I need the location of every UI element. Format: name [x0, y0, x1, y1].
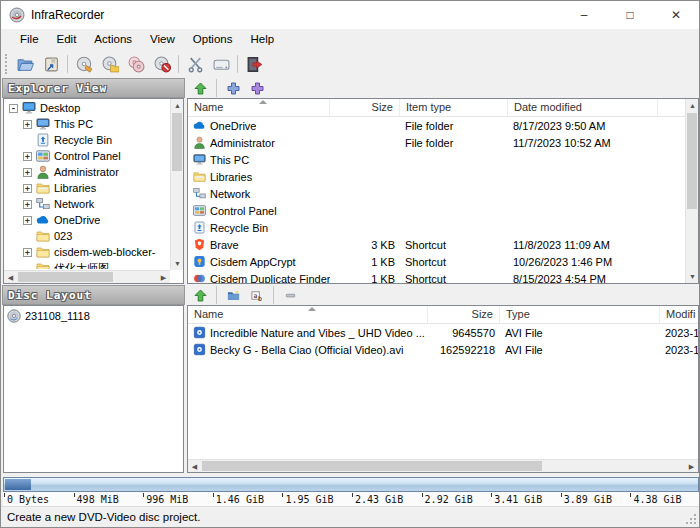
scroll-left-icon[interactable]: ◀	[188, 460, 201, 473]
tree-vertical-scrollbar[interactable]: ▲ ▼	[170, 99, 183, 270]
scroll-down-icon[interactable]: ▼	[171, 257, 184, 270]
expand-icon[interactable]: +	[23, 216, 32, 225]
file-name[interactable]: Cisdem Duplicate Finder	[210, 273, 330, 284]
tree-item-network[interactable]: +Network	[5, 196, 169, 212]
go-up-button[interactable]	[189, 79, 211, 98]
table-row[interactable]: This PC	[188, 151, 685, 168]
table-row[interactable]: Cisdem Duplicate Finder1 KBShortcut8/15/…	[188, 270, 685, 283]
expand-icon[interactable]: +	[23, 168, 32, 177]
tree-item-cisdem-web-blocker-[interactable]: +cisdem-web-blocker-	[5, 244, 169, 260]
column-header-item-type[interactable]: Item type	[400, 99, 508, 116]
device-button[interactable]	[208, 53, 234, 75]
tree-item-administrator[interactable]: +Administrator	[5, 164, 169, 180]
tree-item-onedrive[interactable]: +OneDrive	[5, 212, 169, 228]
tree-item-label[interactable]: OneDrive	[54, 214, 100, 226]
tree-item-recycle-bin[interactable]: Recycle Bin	[5, 132, 169, 148]
menu-help[interactable]: Help	[241, 29, 283, 51]
menu-actions[interactable]: Actions	[85, 29, 141, 51]
close-button[interactable]: ✕	[653, 1, 699, 29]
resize-grip-icon[interactable]	[685, 513, 697, 525]
table-row[interactable]: Becky G - Bella Ciao (Official Video).av…	[188, 341, 698, 358]
copy-disc-button[interactable]	[123, 53, 149, 75]
burn-compilation-button[interactable]	[71, 53, 97, 75]
expand-icon[interactable]: +	[23, 248, 32, 257]
go-up-button[interactable]	[189, 286, 211, 305]
new-folder-button[interactable]	[222, 286, 244, 305]
disc-label[interactable]: 231108_1118	[25, 310, 90, 322]
table-row[interactable]: Cisdem AppCrypt1 KBShortcut10/26/2023 1:…	[188, 253, 685, 270]
tree-item-label[interactable]: Administrator	[54, 166, 119, 178]
maximize-button[interactable]: □	[607, 1, 653, 29]
tree-item-label[interactable]: Network	[54, 198, 94, 210]
tree-item-label[interactable]: Libraries	[54, 182, 96, 194]
column-header-date-modified[interactable]: Date modified	[508, 99, 658, 116]
scroll-up-icon[interactable]: ▲	[171, 99, 184, 112]
scrollbar-thumb[interactable]	[202, 461, 542, 471]
open-project-button[interactable]	[12, 53, 38, 75]
tree-item-label[interactable]: Recycle Bin	[54, 134, 112, 146]
tree-item-label[interactable]: Desktop	[40, 102, 80, 114]
manage-tracks-button[interactable]	[149, 53, 175, 75]
table-row[interactable]: Incredible Nature and Vibes _ UHD Video …	[188, 324, 698, 341]
expand-icon[interactable]: +	[23, 184, 32, 193]
column-header-size[interactable]: Size	[330, 99, 400, 116]
tree-item-this-pc[interactable]: +This PC	[5, 116, 169, 132]
tree-item-libraries[interactable]: +Libraries	[5, 180, 169, 196]
tree-item-control-panel[interactable]: +Control Panel	[5, 148, 169, 164]
scroll-up-icon[interactable]: ▲	[686, 99, 699, 112]
expand-icon[interactable]: +	[23, 120, 32, 129]
table-row[interactable]: Brave3 KBShortcut11/8/2023 11:09 AM	[188, 236, 685, 253]
expand-icon[interactable]: +	[23, 152, 32, 161]
tree-item-023[interactable]: 023	[5, 228, 169, 244]
table-row[interactable]: Libraries	[188, 168, 685, 185]
scroll-right-icon[interactable]: ▶	[685, 460, 698, 473]
table-row[interactable]: AdministratorFile folder11/7/2023 10:52 …	[188, 134, 685, 151]
file-name[interactable]: Brave	[210, 239, 239, 251]
save-project-button[interactable]	[38, 53, 64, 75]
disc-root-item[interactable]: 231108_1118	[4, 306, 183, 326]
column-header-modifi[interactable]: Modifi	[660, 306, 698, 323]
minimize-button[interactable]: –	[561, 1, 607, 29]
table-row[interactable]: Network	[188, 185, 685, 202]
scrollbar-thumb[interactable]	[18, 272, 113, 282]
column-header-type[interactable]: Type	[500, 306, 660, 323]
menu-options[interactable]: Options	[184, 29, 242, 51]
column-header-name[interactable]: Name	[188, 99, 330, 116]
tree-item-desktop[interactable]: -Desktop	[5, 100, 169, 116]
file-name[interactable]: Libraries	[210, 171, 252, 183]
rename-button[interactable]: ab	[246, 286, 268, 305]
remove-button[interactable]	[279, 286, 301, 305]
tree-item-label[interactable]: Control Panel	[54, 150, 121, 162]
column-header-name[interactable]: Name	[188, 306, 428, 323]
tree-item-label[interactable]: 023	[54, 230, 72, 242]
tree-item--[interactable]: 优化大师图	[5, 260, 169, 269]
tree-item-label[interactable]: cisdem-web-blocker-	[54, 246, 155, 258]
toolbar-gripper[interactable]	[5, 54, 8, 74]
tree-item-label[interactable]: 优化大师图	[54, 261, 109, 270]
column-header-size[interactable]: Size	[428, 306, 500, 323]
scrollbar-thumb[interactable]	[687, 113, 697, 209]
exit-button[interactable]	[241, 53, 267, 75]
expand-icon[interactable]: +	[23, 200, 32, 209]
table-row[interactable]: Control Panel	[188, 202, 685, 219]
file-name[interactable]: Incredible Nature and Vibes _ UHD Video …	[210, 327, 425, 339]
burn-image-button[interactable]	[97, 53, 123, 75]
tree-horizontal-scrollbar[interactable]: ◀ ▶	[4, 270, 170, 283]
collapse-icon[interactable]: -	[9, 104, 18, 113]
menu-edit[interactable]: Edit	[48, 29, 86, 51]
add-selected-button[interactable]	[222, 79, 244, 98]
file-name[interactable]: Recycle Bin	[210, 222, 268, 234]
file-name[interactable]: Becky G - Bella Ciao (Official Video).av…	[210, 344, 403, 356]
file-name[interactable]: This PC	[210, 154, 249, 166]
file-name[interactable]: Cisdem AppCrypt	[210, 256, 296, 268]
file-name[interactable]: Control Panel	[210, 205, 277, 217]
scrollbar-thumb[interactable]	[172, 113, 182, 171]
tree-item-label[interactable]: This PC	[54, 118, 93, 130]
menu-view[interactable]: View	[141, 29, 184, 51]
table-row[interactable]: OneDriveFile folder8/17/2023 9:50 AM	[188, 117, 685, 134]
scroll-down-icon[interactable]: ▼	[686, 270, 699, 283]
tools-button[interactable]	[182, 53, 208, 75]
file-name[interactable]: OneDrive	[210, 120, 256, 132]
list-vertical-scrollbar[interactable]: ▲ ▼	[685, 99, 698, 283]
menu-file[interactable]: File	[11, 29, 48, 51]
